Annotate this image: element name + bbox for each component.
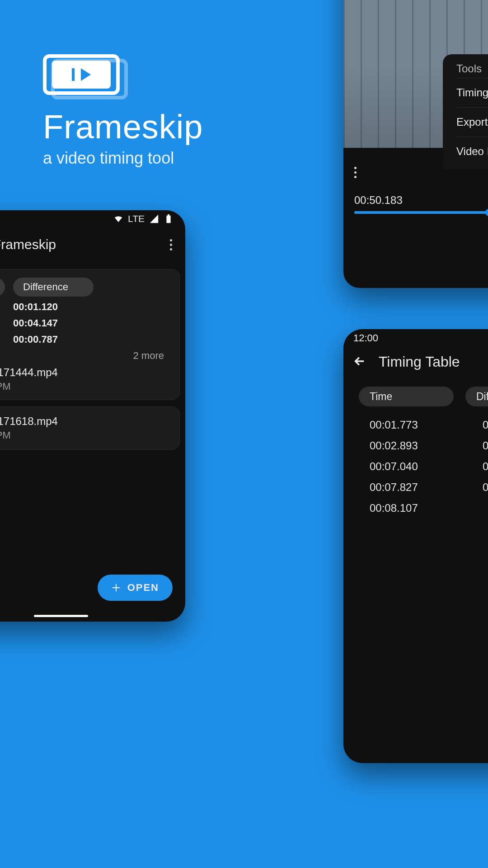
battery-icon <box>164 214 174 224</box>
cell-time: 00:01.773 <box>0 301 5 313</box>
menu-item-timing-table[interactable]: Timing Table <box>456 78 488 107</box>
column-header-difference: Difference <box>13 278 94 297</box>
seek-thumb-icon[interactable] <box>485 209 488 216</box>
table-row: 00:07.040 00:00.787 <box>0 334 171 345</box>
file-name: _20220218_171444.mp4 <box>0 366 171 379</box>
table-row: 00:02.893 00:04.147 <box>0 317 171 329</box>
wifi-icon <box>113 214 123 224</box>
file-date: Feb 18 05:16PM <box>0 381 171 392</box>
table-row: 00:01.77300:0 <box>370 415 488 435</box>
table-row: 00:01.773 00:01.120 <box>0 301 171 313</box>
cell-diff: 00:0 <box>483 481 488 494</box>
app-bar: Timing Table <box>343 347 488 380</box>
more-icon[interactable] <box>354 167 357 178</box>
tools-menu-header: Tools <box>456 62 488 75</box>
cell-diff: 00:01.120 <box>13 301 94 313</box>
cell-diff: 00:04.147 <box>13 317 94 329</box>
status-bar: 12:00 <box>343 329 488 347</box>
arrow-left-icon <box>353 355 366 368</box>
signal-icon <box>149 214 159 224</box>
cell-diff: 00:0 <box>483 460 488 473</box>
cell-time: 00:08.107 <box>370 502 433 514</box>
status-clock: 12:00 <box>353 332 378 344</box>
plus-icon <box>111 583 121 593</box>
table-row: 00:07.04000:0 <box>370 456 488 477</box>
network-label: LTE <box>128 213 145 224</box>
open-button[interactable]: OPEN <box>98 575 173 601</box>
column-header-time: Time <box>359 387 454 406</box>
column-header-time: Time <box>0 278 5 297</box>
phone-screenshot-player: Tools Timing Table Export Frame Video In… <box>343 0 488 288</box>
phone-screenshot-list: LTE Frameskip Time Difference 00:01.773 … <box>0 210 185 622</box>
back-button[interactable] <box>353 355 366 369</box>
more-icon[interactable] <box>165 239 176 250</box>
seek-bar[interactable] <box>354 211 488 214</box>
player-timestamp: 00:50.183 <box>354 194 488 207</box>
app-logo-icon <box>43 54 120 95</box>
cell-time: 00:01.773 <box>370 419 433 431</box>
menu-item-export-frame[interactable]: Export Frame <box>456 107 488 137</box>
cell-time: 00:02.893 <box>0 317 5 329</box>
cell-time: 00:07.040 <box>370 460 433 473</box>
column-header-difference: Diffe <box>465 387 488 406</box>
more-rows-label[interactable]: 2 more <box>0 350 164 362</box>
table-row: 00:02.89300:0 <box>370 435 488 456</box>
cell-time: 00:02.893 <box>370 439 433 452</box>
cell-diff: 00:00.787 <box>13 334 94 345</box>
file-name: _20220218_171618.mp4 <box>0 415 171 428</box>
hero-subtitle: a video timing tool <box>43 149 203 168</box>
open-button-label: OPEN <box>127 582 159 594</box>
home-indicator <box>34 615 88 617</box>
cell-diff: 00:0 <box>483 419 488 431</box>
table-row: 00:07.82700:0 <box>370 477 488 498</box>
file-card[interactable]: Time Difference 00:01.773 00:01.120 00:0… <box>0 269 180 400</box>
file-date: Feb 18 05:16PM <box>0 429 171 441</box>
status-bar: LTE <box>0 210 185 227</box>
app-bar-title: Frameskip <box>0 237 155 252</box>
phone-screenshot-timing-table: 12:00 Timing Table Time Diffe 00:01.7730… <box>343 329 488 763</box>
file-card[interactable]: _20220218_171618.mp4 Feb 18 05:16PM <box>0 406 180 450</box>
cell-diff: 00:0 <box>483 439 488 452</box>
hero: Frameskip a video timing tool <box>43 54 203 168</box>
table-row: 00:08.107 <box>370 498 488 519</box>
hero-title: Frameskip <box>43 108 203 146</box>
app-bar: Frameskip <box>0 227 185 263</box>
page-title: Timing Table <box>379 354 460 370</box>
cell-time: 00:07.040 <box>0 334 5 345</box>
cell-time: 00:07.827 <box>370 481 433 494</box>
player-controls: 00:50.183 <box>343 148 488 222</box>
